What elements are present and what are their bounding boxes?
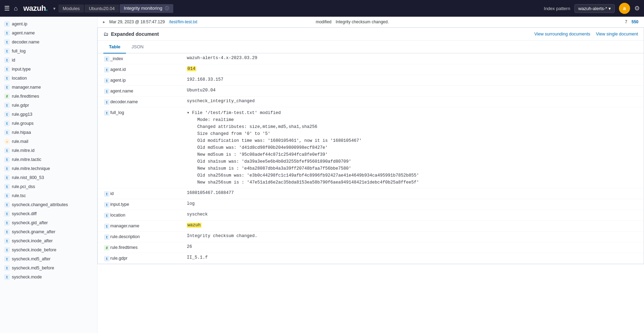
sidebar-item-rule-mitre-tactic[interactable]: trule.mitre.tactic	[0, 155, 97, 164]
sidebar-item-syscheck-gname_after[interactable]: tsyscheck.gname_after	[0, 227, 97, 236]
sidebar-item-label: syscheck.inode_before	[12, 247, 56, 252]
breadcrumbs: Modules Ubuntu20.04 Integrity monitoring…	[58, 4, 541, 13]
type-badge: t	[4, 193, 10, 198]
sidebar-item-location[interactable]: tlocation	[0, 74, 97, 83]
type-badge: t	[4, 30, 10, 36]
sidebar-item-id[interactable]: tid	[0, 56, 97, 65]
field-name: input.type	[110, 201, 187, 207]
content: ▸ Mar 29, 2023 @ 18:57:47.129 /test/fim-…	[97, 17, 644, 333]
breadcrumb-ubuntu[interactable]: Ubuntu20.04	[85, 5, 119, 13]
type-badge: t	[4, 166, 10, 171]
expanded-document: 🗂 Expanded document View surrounding doc…	[97, 27, 644, 264]
field-type-badge: t	[103, 223, 110, 229]
sidebar-item-syscheck-md5_before[interactable]: tsyscheck.md5_before	[0, 263, 97, 273]
sidebar-item-rule-mail[interactable]: ○rule.mail	[0, 137, 97, 146]
doc-score[interactable]: 550	[631, 19, 638, 24]
breadcrumb-integrity[interactable]: Integrity monitoring ⓘ	[120, 4, 173, 13]
index-pattern-dropdown[interactable]: wazuh-alerts-* ▾	[574, 4, 615, 13]
sidebar-item-agent-name[interactable]: tagent.name	[0, 29, 97, 38]
type-badge: t	[4, 265, 10, 271]
menu-icon[interactable]: ☰	[4, 5, 10, 12]
home-icon[interactable]: ⌂	[14, 5, 18, 12]
sidebar-item-rule-tsc[interactable]: trule.tsc	[0, 191, 97, 200]
sidebar-item-rule-mitre-technique[interactable]: trule.mitre.technique	[0, 164, 97, 173]
sidebar-item-rule-nist_800_53[interactable]: trule.nist_800_53	[0, 173, 97, 182]
logo-chevron[interactable]: ▾	[53, 6, 56, 11]
row-chevron-icon[interactable]: ▸	[103, 19, 105, 24]
type-badge: ○	[4, 139, 10, 144]
sidebar-item-agent-ip[interactable]: tagent.ip	[0, 19, 97, 29]
table-row: t manager.name wazuh	[98, 221, 644, 232]
logo-dot: .	[46, 4, 48, 13]
sidebar-item-syscheck-md5_after[interactable]: tsyscheck.md5_after	[0, 254, 97, 263]
doc-timestamp: Mar 29, 2023 @ 18:57:47.129	[109, 19, 165, 24]
field-type-badge: t	[103, 201, 110, 208]
sidebar-item-syscheck-changed_attributes[interactable]: tsyscheck.changed_attributes	[0, 200, 97, 209]
sidebar-item-syscheck-gid_after[interactable]: tsyscheck.gid_after	[0, 218, 97, 227]
sidebar-item-label: agent.name	[12, 31, 35, 35]
field-name: rule.description	[110, 234, 187, 239]
field-name: _index	[110, 56, 187, 61]
sidebar-item-rule-firedtimes[interactable]: #rule.firedtimes	[0, 92, 97, 101]
type-badge: t	[4, 229, 10, 235]
type-badge: t	[4, 84, 10, 90]
tab-json[interactable]: JSON	[126, 41, 149, 54]
field-type-badge: #	[103, 244, 110, 251]
expanded-doc-actions: View surrounding documents View single d…	[534, 32, 638, 36]
table-row: t rule.gdpr II_5.1.f	[98, 253, 644, 264]
type-badge: t	[4, 121, 10, 126]
avatar[interactable]: a	[619, 3, 630, 14]
field-type-badge: t	[103, 190, 110, 197]
field-name: full_log	[110, 109, 187, 115]
sidebar-item-syscheck-inode_before[interactable]: tsyscheck.inode_before	[0, 245, 97, 254]
type-badge: t	[4, 48, 10, 54]
type-badge: t	[4, 157, 10, 162]
sidebar-item-syscheck-inode_after[interactable]: tsyscheck.inode_after	[0, 236, 97, 245]
table-row: t decoder.name syscheck_integrity_change…	[98, 97, 644, 107]
table-row: # rule.firedtimes 26	[98, 242, 644, 253]
field-value-text: Integrity checksum changed.	[187, 234, 257, 238]
table-row: t rule.description Integrity checksum ch…	[98, 232, 644, 242]
sidebar-item-rule-gpg13[interactable]: trule.gpg13	[0, 110, 97, 119]
sidebar-item-rule-hipaa[interactable]: trule.hipaa	[0, 128, 97, 137]
field-name: agent.id	[110, 66, 187, 72]
sidebar-item-rule-groups[interactable]: trule.groups	[0, 119, 97, 128]
view-surrounding-link[interactable]: View surrounding documents	[534, 32, 590, 36]
expanded-doc-title-text: Expanded document	[111, 31, 159, 37]
table-row: t input.type log	[98, 199, 644, 210]
sidebar-item-rule-pci_dss[interactable]: trule.pci_dss	[0, 182, 97, 191]
sidebar-item-rule-mitre-id[interactable]: trule.mitre.id	[0, 146, 97, 155]
sidebar-item-label: syscheck.md5_after	[12, 257, 50, 261]
topbar: ☰ ⌂ wazuh. ▾ Modules Ubuntu20.04 Integri…	[0, 0, 644, 17]
breadcrumb-modules[interactable]: Modules	[58, 5, 84, 13]
sidebar-item-label: rule.gpg13	[12, 112, 32, 117]
sidebar-item-syscheck-diff[interactable]: tsyscheck.diff	[0, 209, 97, 218]
type-badge: t	[4, 66, 10, 72]
type-badge: t	[4, 103, 10, 108]
sidebar-item-decoder-name[interactable]: tdecoder.name	[0, 38, 97, 47]
table-row: t _index wazuh-alerts-4.x-2023.03.29	[98, 54, 644, 64]
sidebar-item-label: rule.nist_800_53	[12, 175, 44, 180]
doc-filepath[interactable]: /test/fim-test.txt	[169, 19, 312, 24]
sidebar-item-rule-gdpr[interactable]: trule.gdpr	[0, 101, 97, 110]
type-badge: t	[4, 130, 10, 135]
tab-table[interactable]: Table	[103, 41, 126, 54]
field-type-badge: t	[103, 255, 110, 261]
sidebar-item-full_log[interactable]: tfull_log	[0, 47, 97, 56]
field-value: syscheck_integrity_changed	[187, 99, 638, 104]
sidebar-item-syscheck-mode[interactable]: tsyscheck.mode	[0, 273, 97, 282]
field-value: log	[187, 201, 638, 206]
sidebar-item-label: rule.mitre.technique	[12, 166, 50, 171]
sidebar-item-label: rule.mitre.tactic	[12, 157, 41, 162]
settings-icon[interactable]: ⚙	[634, 5, 640, 12]
info-icon: ⓘ	[165, 6, 169, 11]
field-value: Integrity checksum changed.	[187, 234, 638, 238]
sidebar-item-input-type[interactable]: tinput.type	[0, 65, 97, 74]
sidebar-item-label: manager.name	[12, 85, 41, 90]
sidebar-item-manager-name[interactable]: tmanager.name	[0, 83, 97, 92]
table-row: t full_log ▾ File '/test/fim-test.txt' m…	[98, 107, 644, 188]
sidebar-item-label: syscheck.diff	[12, 211, 37, 216]
view-single-link[interactable]: View single document	[596, 32, 638, 36]
field-type-badge: t	[103, 109, 110, 116]
field-name: rule.gdpr	[110, 255, 187, 261]
